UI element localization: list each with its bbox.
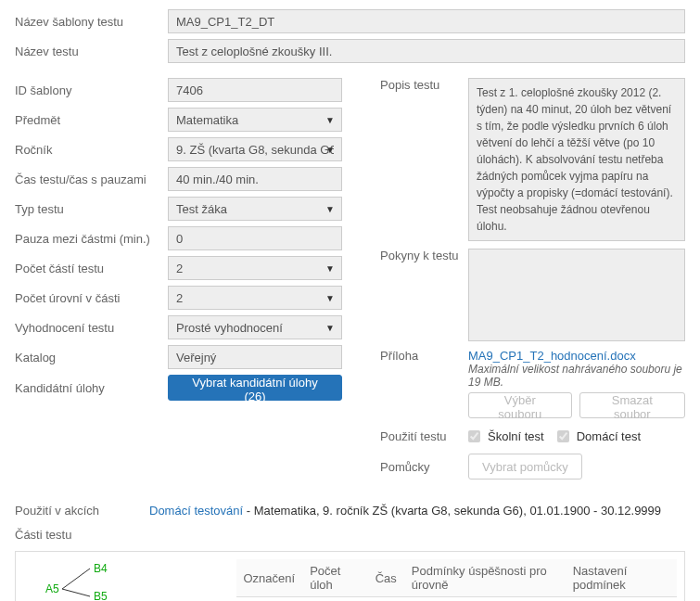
input-pause[interactable] [168, 226, 342, 250]
select-parts-count[interactable] [168, 256, 342, 280]
select-grade[interactable] [168, 137, 342, 161]
table-row[interactable]: A5 6 15 B5 <= 75% < B4 [236, 597, 678, 602]
label-parts-count: Počet částí testu [15, 262, 168, 275]
label-grade: Ročník [15, 143, 168, 157]
label-instructions: Pokyny k testu [380, 249, 468, 341]
tree-node-a5: A5 [45, 582, 59, 595]
label-attachment: Příloha [380, 349, 468, 363]
select-aids-button[interactable]: Vybrat pomůcky [468, 454, 582, 480]
textarea-description[interactable]: Test z 1. celoplošné zkoušky 2012 (2. tý… [468, 78, 685, 241]
attachment-link[interactable]: MA9_CP1_T2_hodnocení.docx [468, 349, 636, 363]
attachment-note: Maximální velikost nahrávaného souboru j… [468, 363, 685, 389]
input-catalog[interactable] [168, 345, 342, 369]
input-test-name[interactable] [168, 39, 685, 63]
input-template-name[interactable] [168, 9, 685, 33]
svg-line-1 [62, 589, 90, 596]
used-in-link[interactable]: Domácí testování [149, 504, 243, 518]
input-template-id[interactable] [168, 78, 342, 102]
label-usage: Použití testu [380, 429, 468, 443]
label-candidate: Kandidátní úlohy [15, 381, 168, 395]
tree-panel: A5 B4 B5 Nová Rozpracovaná Uzavřená Nedo… [23, 559, 222, 601]
cell-time: 15 [368, 597, 404, 602]
label-subject: Předmět [15, 113, 168, 127]
input-time[interactable] [168, 167, 342, 191]
label-catalog: Katalog [15, 351, 168, 364]
checkbox-home-label: Domácí test [577, 429, 641, 443]
checkbox-school[interactable] [468, 430, 480, 442]
select-evaluation[interactable] [168, 315, 342, 339]
label-pause: Pauza mezi částmi (min.) [15, 232, 168, 246]
select-file-button[interactable]: Výběr souboru [468, 392, 572, 418]
th-time: Čas [368, 559, 404, 597]
select-test-type[interactable] [168, 197, 342, 221]
label-time: Čas testu/čas s pauzami [15, 173, 168, 186]
svg-line-0 [62, 569, 90, 589]
checkbox-home[interactable] [557, 430, 569, 442]
delete-file-button[interactable]: Smazat soubor [579, 392, 685, 418]
label-parts: Části testu [15, 528, 149, 542]
th-conditions: Podmínky úspěšnosti pro úrovně [404, 559, 566, 597]
label-evaluation: Vyhodnocení testu [15, 321, 168, 335]
th-label: Označení [236, 559, 303, 597]
select-subject[interactable] [168, 108, 342, 132]
label-template-name: Název šablony testu [15, 15, 168, 29]
label-test-name: Název testu [15, 45, 168, 58]
label-used-in: Použití v akcích [15, 504, 149, 518]
th-settings: Nastavení podmínek [566, 559, 677, 597]
checkbox-school-label: Školní test [488, 429, 544, 443]
candidate-button[interactable]: Vybrat kandidátní úlohy (26) [168, 375, 342, 401]
tree-diagram: A5 B4 B5 [45, 561, 120, 601]
label-template-id: ID šablony [15, 83, 168, 97]
parts-table: Označení Počet úloh Čas Podmínky úspěšno… [236, 559, 678, 601]
cell-label: A5 [236, 597, 303, 602]
label-description: Popis testu [380, 78, 468, 241]
used-in-text: - Matematika, 9. ročník ZŠ (kvarta G8, s… [243, 504, 661, 518]
label-aids: Pomůcky [380, 460, 468, 474]
tree-node-b4: B4 [94, 562, 108, 575]
label-levels-count: Počet úrovní v části [15, 291, 168, 305]
textarea-instructions[interactable] [468, 249, 685, 341]
cell-count: 6 [302, 597, 367, 602]
cell-conditions: B5 <= 75% < B4 [404, 597, 566, 602]
th-count: Počet úloh [302, 559, 367, 597]
select-levels-count[interactable] [168, 286, 342, 310]
label-test-type: Typ testu [15, 202, 168, 216]
tree-node-b5: B5 [94, 590, 108, 601]
